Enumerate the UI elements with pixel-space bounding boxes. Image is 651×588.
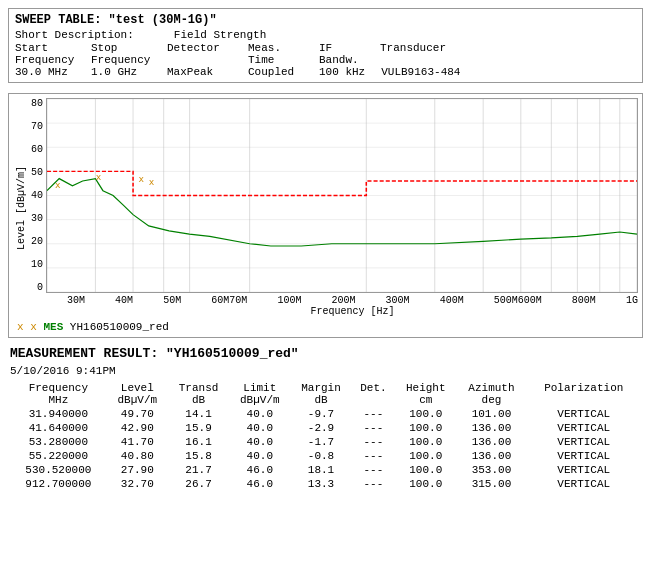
chart-legend: x x MES YH160510009_red — [17, 321, 638, 333]
cell-limit: 40.0 — [229, 449, 290, 463]
cell-transd: 14.1 — [168, 407, 229, 421]
cell-limit: 40.0 — [229, 435, 290, 449]
meas-date: 5/10/2016 9:41PM — [10, 365, 641, 377]
legend-mes: MES — [43, 321, 63, 333]
cell-azimuth: 315.00 — [456, 477, 526, 491]
table-row: 530.52000027.9021.746.018.1---100.0353.0… — [10, 463, 641, 477]
val-detector: MaxPeak — [167, 66, 232, 78]
th-limit: Limit dBµV/m — [229, 381, 290, 407]
th-frequency: Frequency MHz — [10, 381, 107, 407]
cell-height: 100.0 — [395, 435, 456, 449]
cell-frequency: 530.520000 — [10, 463, 107, 477]
val-transducer: VULB9163-484 — [381, 66, 460, 78]
val-stop: 1.0 GHz — [91, 66, 151, 78]
cell-limit: 40.0 — [229, 421, 290, 435]
cell-frequency: 41.640000 — [10, 421, 107, 435]
cell-height: 100.0 — [395, 463, 456, 477]
th-level: Level dBµV/m — [107, 381, 168, 407]
cell-margin: -0.8 — [290, 449, 351, 463]
cell-polarization: VERTICAL — [527, 463, 642, 477]
chart-svg: x x x x — [47, 99, 637, 292]
th-margin: Margin dB — [290, 381, 351, 407]
chart-plot-area: x x x x — [46, 98, 638, 293]
col-start-subheader: Frequency — [15, 54, 75, 66]
th-polarization: Polarization — [527, 381, 642, 407]
y-labels: 80 70 60 50 40 30 20 10 0 — [31, 98, 43, 293]
col-stop-header: Stop — [91, 42, 151, 54]
cell-frequency: 53.280000 — [10, 435, 107, 449]
cell-margin: -9.7 — [290, 407, 351, 421]
legend-x1: x — [17, 321, 24, 333]
cell-margin: -2.9 — [290, 421, 351, 435]
svg-text:x: x — [55, 180, 61, 190]
cell-transd: 21.7 — [168, 463, 229, 477]
cell-polarization: VERTICAL — [527, 407, 642, 421]
cell-polarization: VERTICAL — [527, 449, 642, 463]
cell-level: 49.70 — [107, 407, 168, 421]
cell-limit: 46.0 — [229, 463, 290, 477]
legend-x2: x — [30, 321, 37, 333]
cell-azimuth: 101.00 — [456, 407, 526, 421]
cell-margin: -1.7 — [290, 435, 351, 449]
cell-azimuth: 136.00 — [456, 421, 526, 435]
val-if: 100 kHz — [319, 66, 365, 78]
cell-margin: 13.3 — [290, 477, 351, 491]
measurement-table: Frequency MHz Level dBµV/m Transd dB Lim… — [10, 381, 641, 491]
table-row: 41.64000042.9015.940.0-2.9---100.0136.00… — [10, 421, 641, 435]
measurement-section: MEASUREMENT RESULT: "YH160510009_red" 5/… — [8, 346, 643, 491]
cell-det: --- — [352, 407, 396, 421]
val-meas: Coupled — [248, 66, 303, 78]
chart-container: Level [dBµV/m] 80 70 60 50 40 30 20 10 0 — [8, 93, 643, 338]
svg-text:x: x — [139, 174, 145, 184]
table-row: 55.22000040.8015.840.0-0.8---100.0136.00… — [10, 449, 641, 463]
cell-det: --- — [352, 449, 396, 463]
cell-transd: 15.8 — [168, 449, 229, 463]
svg-text:x: x — [149, 177, 155, 187]
cell-margin: 18.1 — [290, 463, 351, 477]
x-axis-label: Frequency [Hz] — [67, 306, 638, 317]
cell-frequency: 31.940000 — [10, 407, 107, 421]
cell-frequency: 55.220000 — [10, 449, 107, 463]
th-height: Height cm — [395, 381, 456, 407]
cell-height: 100.0 — [395, 449, 456, 463]
col-start-header: Start — [15, 42, 75, 54]
cell-height: 100.0 — [395, 477, 456, 491]
col-meas-subheader: Time — [248, 54, 303, 66]
th-transd: Transd dB — [168, 381, 229, 407]
y-axis-label: Level [dBµV/m] — [13, 98, 29, 317]
x-labels: 30M 40M 50M 60M70M 100M 200M 300M 400M 5… — [67, 295, 638, 306]
col-if-subheader: Bandw. — [319, 54, 364, 66]
cell-limit: 40.0 — [229, 407, 290, 421]
col-detector-header: Detector — [167, 42, 232, 54]
cell-level: 27.90 — [107, 463, 168, 477]
cell-level: 41.70 — [107, 435, 168, 449]
col-if-header: IF — [319, 42, 364, 54]
cell-azimuth: 136.00 — [456, 435, 526, 449]
svg-text:x: x — [96, 172, 102, 182]
cell-det: --- — [352, 477, 396, 491]
cell-azimuth: 136.00 — [456, 449, 526, 463]
cell-height: 100.0 — [395, 421, 456, 435]
short-desc-label: Short Description: — [15, 29, 134, 41]
meas-title: MEASUREMENT RESULT: "YH160510009_red" — [10, 346, 641, 361]
cell-det: --- — [352, 435, 396, 449]
cell-polarization: VERTICAL — [527, 435, 642, 449]
cell-det: --- — [352, 463, 396, 477]
cell-polarization: VERTICAL — [527, 421, 642, 435]
sweep-table: SWEEP TABLE: "test (30M-1G)" Short Descr… — [8, 8, 643, 83]
val-start: 30.0 MHz — [15, 66, 75, 78]
table-row: 31.94000049.7014.140.0-9.7---100.0101.00… — [10, 407, 641, 421]
col-detector-subheader — [167, 54, 232, 66]
table-row: 912.70000032.7026.746.013.3---100.0315.0… — [10, 477, 641, 491]
col-transducer-header: Transducer — [380, 42, 446, 54]
cell-level: 40.80 — [107, 449, 168, 463]
legend-name: YH160510009_red — [70, 321, 169, 333]
cell-height: 100.0 — [395, 407, 456, 421]
table-row: 53.28000041.7016.140.0-1.7---100.0136.00… — [10, 435, 641, 449]
th-det: Det. — [352, 381, 396, 407]
cell-frequency: 912.700000 — [10, 477, 107, 491]
cell-polarization: VERTICAL — [527, 477, 642, 491]
field-strength-label: Field Strength — [174, 29, 266, 41]
cell-transd: 15.9 — [168, 421, 229, 435]
cell-azimuth: 353.00 — [456, 463, 526, 477]
